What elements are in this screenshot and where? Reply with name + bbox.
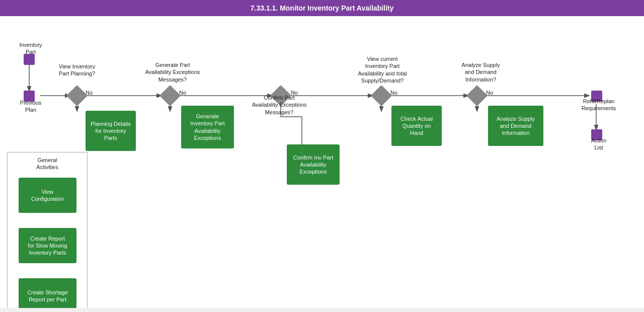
view-current-q-label: View current Inventory Part Availability… (350, 55, 415, 84)
action-list-label: Action List (579, 137, 619, 151)
no-label-3: No (291, 89, 298, 96)
previous-plan-label: Previous Plan (13, 99, 48, 114)
analyze-q-label: Analyze Supply and Demand Information? (452, 61, 510, 83)
refill-label: Refill/Replan Requirements (574, 98, 624, 112)
no-label-1: No (86, 89, 93, 96)
general-activities-label: General Activities (8, 157, 87, 171)
view-inventory-q-label: View Inventory Part Planning? (49, 63, 105, 77)
check-actual-box[interactable]: Check Actual Quantity on Hand (391, 106, 442, 146)
diamond-generate-exceptions (159, 85, 181, 106)
create-shortage-box[interactable]: Create Shortage Report per Part (19, 278, 76, 308)
no-label-4: No (390, 89, 397, 96)
page-title: 7.33.1.1. Monitor Inventory Part Availab… (0, 0, 644, 16)
header: 7.33.1.1. Monitor Inventory Part Availab… (0, 0, 644, 16)
general-activities-container: General Activities View Configuration Cr… (7, 152, 88, 308)
diamond-view-current (371, 85, 392, 106)
no-label-2: No (179, 89, 186, 96)
analyze-supply-box[interactable]: Analyze Supply and Demand Information (488, 106, 543, 146)
planning-details-box[interactable]: Planning Details for Inventory Parts (86, 111, 136, 151)
confirm-exceptions-q-label: Confirm Part Availability Exceptions Mes… (252, 94, 307, 116)
confirm-inv-part-box[interactable]: Confirm Inv Part Availability Exceptions (287, 144, 340, 185)
generate-exceptions-q-label: Generate Part Availability Exceptions Me… (142, 61, 203, 83)
view-config-box[interactable]: View Configuration (19, 178, 76, 213)
create-report-box[interactable]: Create Report for Slow Moving Inventory … (19, 228, 76, 263)
generate-exceptions-box[interactable]: Generate Inventory Part Availability Exc… (181, 106, 234, 148)
diamond-analyze (466, 85, 488, 106)
no-label-5: No (486, 89, 493, 96)
main-canvas: Inventory Part Previous Plan View Invent… (0, 16, 644, 308)
diamond-view-inventory (66, 85, 88, 106)
inventory-part-label: Inventory Part (13, 41, 48, 56)
